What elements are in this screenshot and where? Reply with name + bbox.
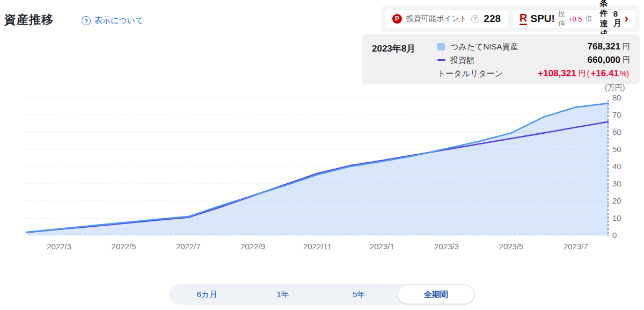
x-tick-label: 2023/5 (499, 242, 524, 251)
return-paren-close: %) (620, 69, 629, 78)
asset-label: つみたてNISA資産 (450, 42, 588, 52)
y-tick-label: 50 (612, 145, 621, 154)
x-axis-labels: 2022/32022/52022/72022/92022/112023/1202… (47, 242, 588, 251)
period-selector: 6カ月 1年 5年 全期間 (169, 284, 475, 305)
period-option-5y[interactable]: 5年 (321, 284, 397, 305)
x-tick-label: 2022/5 (112, 242, 136, 251)
asset-area-fill (27, 103, 608, 235)
chevron-right-icon[interactable]: › (625, 13, 628, 25)
spu-boost: +0.5 (568, 15, 582, 23)
x-tick-label: 2022/3 (47, 242, 71, 251)
period-option-6m[interactable]: 6カ月 (169, 284, 245, 305)
x-tick-label: 2022/9 (240, 242, 265, 251)
spu-fund-label: 投信 (558, 9, 565, 28)
spu-times: 倍 (586, 14, 592, 24)
display-help[interactable]: ? 表示について (82, 16, 143, 26)
invest-value: 660,000 (588, 55, 620, 66)
return-unit: 円 (579, 69, 586, 78)
about-display-link[interactable]: 表示について (94, 16, 143, 26)
invest-line-swatch-icon (437, 59, 446, 61)
y-tick-label: 0 (612, 230, 617, 240)
y-tick-label: 60 (612, 127, 621, 136)
y-tick-label: 10 (612, 213, 621, 222)
x-tick-label: 2023/7 (564, 242, 588, 251)
spu-banner-card[interactable]: R SPU! 投信+0.5倍 条件達成 8月 › (512, 9, 636, 28)
return-label: トータルリターン (437, 69, 538, 79)
points-help-icon[interactable]: ? (471, 15, 479, 23)
period-option-all[interactable]: 全期間 (398, 285, 474, 304)
points-value: 228 (484, 13, 501, 25)
rakuten-r-icon: R (519, 12, 527, 25)
x-tick-label: 2022/11 (303, 242, 332, 251)
x-tick-label: 2023/1 (370, 242, 394, 251)
points-label: 投資可能ポイント (406, 14, 467, 24)
tooltip-asset-row: つみたてNISA資産 768,321 円 (437, 41, 630, 52)
y-tick-label: 40 (612, 162, 621, 171)
period-option-1y[interactable]: 1年 (245, 284, 321, 305)
return-pct: +16.41 (590, 68, 618, 79)
invest-label: 投資額 (450, 55, 588, 66)
return-amount: +108,321 (538, 68, 576, 79)
return-paren-open: ( (587, 69, 590, 78)
y-tick-label: 80 (612, 93, 621, 102)
y-tick-label: 20 (612, 196, 621, 205)
asset-unit: 円 (623, 42, 630, 52)
tooltip-return-row: トータルリターン +108,321 円 ( +16.41 %) (437, 68, 630, 79)
asset-transition-chart[interactable]: 01020304050607080(万円)2022/32022/52022/72… (0, 81, 644, 258)
y-tick-label: 30 (612, 179, 621, 188)
tooltip-date: 2023年8月 (372, 41, 437, 78)
help-circle-icon[interactable]: ? (82, 16, 91, 25)
x-tick-label: 2022/7 (176, 242, 201, 251)
x-tick-label: 2023/3 (434, 242, 459, 251)
tooltip-invest-row: 投資額 660,000 円 (437, 55, 630, 66)
chart-tooltip: 2023年8月 つみたてNISA資産 768,321 円 投資額 660,000… (362, 34, 640, 84)
y-axis-unit: (万円) (605, 83, 625, 92)
point-icon: P (392, 14, 402, 24)
investable-points-card[interactable]: P 投資可能ポイント ? 228 (385, 9, 508, 28)
page-title: 資産推移 (4, 12, 54, 28)
top-info-panel: P 投資可能ポイント ? 228 R SPU! 投信+0.5倍 条件達成 8月 … (381, 5, 640, 32)
invest-unit: 円 (623, 55, 630, 65)
y-tick-label: 70 (612, 110, 621, 119)
asset-area-swatch-icon (437, 43, 446, 51)
spu-brand: SPU! (530, 13, 554, 25)
asset-value: 768,321 (588, 41, 620, 52)
spu-month: 8月 (613, 9, 621, 28)
